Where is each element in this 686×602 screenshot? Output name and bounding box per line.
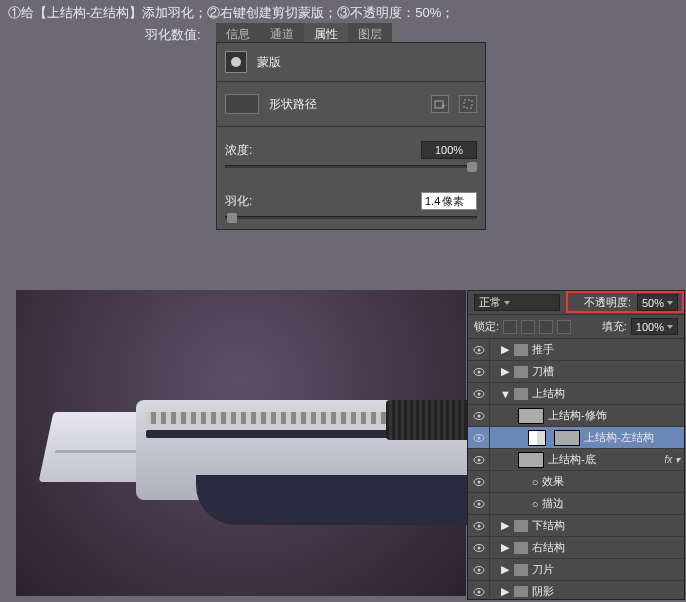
layer-tree: ▶推手▶刀槽▼上结构上结构-修饰上结构-左结构上结构-底fx ▾○效果○描边▶下…	[468, 339, 684, 597]
shape-thumbnail[interactable]	[225, 94, 259, 114]
folder-icon	[514, 564, 528, 576]
layer-row[interactable]: 上结构-底fx ▾	[468, 449, 684, 471]
layer-row[interactable]: ▶右结构	[468, 537, 684, 559]
arrow-icon[interactable]: ▶	[500, 365, 510, 378]
layer-thumb[interactable]	[518, 408, 544, 424]
visibility-eye-icon[interactable]	[468, 383, 490, 404]
layer-name: 刀槽	[532, 364, 554, 379]
density-label: 浓度:	[225, 142, 252, 159]
fx-badge[interactable]: fx ▾	[664, 454, 680, 465]
arrow-icon[interactable]: ▶	[500, 585, 510, 597]
layer-row[interactable]: ○描边	[468, 493, 684, 515]
layer-row[interactable]: ▼上结构	[468, 383, 684, 405]
svg-point-18	[477, 502, 480, 505]
opacity-select[interactable]: 50%	[637, 294, 678, 311]
shape-bounds-icon[interactable]	[459, 95, 477, 113]
lock-transparency-icon[interactable]	[503, 320, 517, 334]
layer-row[interactable]: 上结构-左结构	[468, 427, 684, 449]
shape-path-label: 形状路径	[269, 96, 317, 113]
properties-panel: 蒙版 形状路径 + 浓度: 100% 羽化: 1.4像素	[216, 42, 486, 230]
svg-point-22	[477, 546, 480, 549]
arrow-icon[interactable]: ▶	[500, 343, 510, 356]
visibility-eye-icon[interactable]	[468, 515, 490, 536]
svg-point-12	[477, 436, 480, 439]
visibility-eye-icon[interactable]	[468, 427, 490, 448]
layer-name: 上结构-修饰	[548, 408, 607, 423]
svg-point-16	[477, 480, 480, 483]
feather-slider[interactable]	[225, 216, 477, 219]
folder-icon	[514, 542, 528, 554]
visibility-eye-icon[interactable]	[468, 405, 490, 426]
circle-icon: ○	[528, 498, 542, 510]
layer-name: 阴影	[532, 584, 554, 597]
fill-select[interactable]: 100%	[631, 318, 678, 335]
lock-move-icon[interactable]	[539, 320, 553, 334]
svg-point-14	[477, 458, 480, 461]
svg-point-8	[477, 392, 480, 395]
visibility-eye-icon[interactable]	[468, 493, 490, 514]
svg-point-26	[477, 590, 480, 593]
layer-name: 效果	[542, 474, 564, 489]
visibility-eye-icon[interactable]	[468, 449, 490, 470]
visibility-eye-icon[interactable]	[468, 339, 490, 360]
layer-row[interactable]: ▶刀槽	[468, 361, 684, 383]
folder-icon	[514, 344, 528, 356]
visibility-eye-icon[interactable]	[468, 581, 490, 597]
visibility-eye-icon[interactable]	[468, 471, 490, 492]
lock-all-icon[interactable]	[557, 320, 571, 334]
density-value[interactable]: 100%	[421, 141, 477, 159]
svg-point-20	[477, 524, 480, 527]
layer-row[interactable]: 上结构-修饰	[468, 405, 684, 427]
layer-name: 上结构-左结构	[584, 430, 654, 445]
visibility-eye-icon[interactable]	[468, 537, 490, 558]
layer-name: 刀片	[532, 562, 554, 577]
fill-label: 填充:	[602, 319, 627, 334]
circle-icon: ○	[528, 476, 542, 488]
arrow-icon[interactable]: ▶	[500, 563, 510, 576]
layer-name: 下结构	[532, 518, 565, 533]
layer-name: 上结构-底	[548, 452, 596, 467]
folder-icon	[514, 520, 528, 532]
layers-panel: 正常 不透明度: 50% 锁定: 填充: 100% ▶推手▶刀槽▼上结构上结构-…	[467, 290, 685, 600]
layer-name: 右结构	[532, 540, 565, 555]
opacity-label: 不透明度:	[584, 295, 631, 310]
svg-point-24	[477, 568, 480, 571]
lock-brush-icon[interactable]	[521, 320, 535, 334]
svg-text:+: +	[441, 101, 446, 110]
folder-icon	[514, 586, 528, 598]
mask-label: 蒙版	[257, 54, 281, 71]
canvas-preview	[16, 290, 466, 596]
visibility-eye-icon[interactable]	[468, 361, 490, 382]
layer-row[interactable]: ▶下结构	[468, 515, 684, 537]
mask-icon[interactable]	[225, 51, 247, 73]
arrow-icon[interactable]: ▶	[500, 541, 510, 554]
feather-input[interactable]: 1.4像素	[421, 192, 477, 210]
folder-icon	[514, 366, 528, 378]
layer-name: 上结构	[532, 386, 565, 401]
feather-value-label: 羽化数值:	[145, 26, 201, 44]
feather-label: 羽化:	[225, 193, 252, 210]
layer-name: 描边	[542, 496, 564, 511]
blend-mode-select[interactable]: 正常	[474, 294, 560, 311]
layer-mask-thumb[interactable]	[528, 430, 546, 446]
lock-label: 锁定:	[474, 319, 499, 334]
svg-point-4	[477, 348, 480, 351]
density-slider[interactable]	[225, 165, 477, 168]
layer-row[interactable]: ○效果	[468, 471, 684, 493]
svg-point-6	[477, 370, 480, 373]
layer-thumb[interactable]	[518, 452, 544, 468]
folder-icon	[514, 388, 528, 400]
arrow-icon[interactable]: ▼	[500, 388, 510, 400]
layer-row[interactable]: ▶刀片	[468, 559, 684, 581]
shape-add-icon[interactable]: +	[431, 95, 449, 113]
arrow-icon[interactable]: ▶	[500, 519, 510, 532]
svg-point-10	[477, 414, 480, 417]
layer-name: 推手	[532, 342, 554, 357]
layer-row[interactable]: ▶阴影	[468, 581, 684, 597]
layer-thumb[interactable]	[554, 430, 580, 446]
visibility-eye-icon[interactable]	[468, 559, 490, 580]
svg-rect-2	[464, 100, 472, 108]
layer-row[interactable]: ▶推手	[468, 339, 684, 361]
